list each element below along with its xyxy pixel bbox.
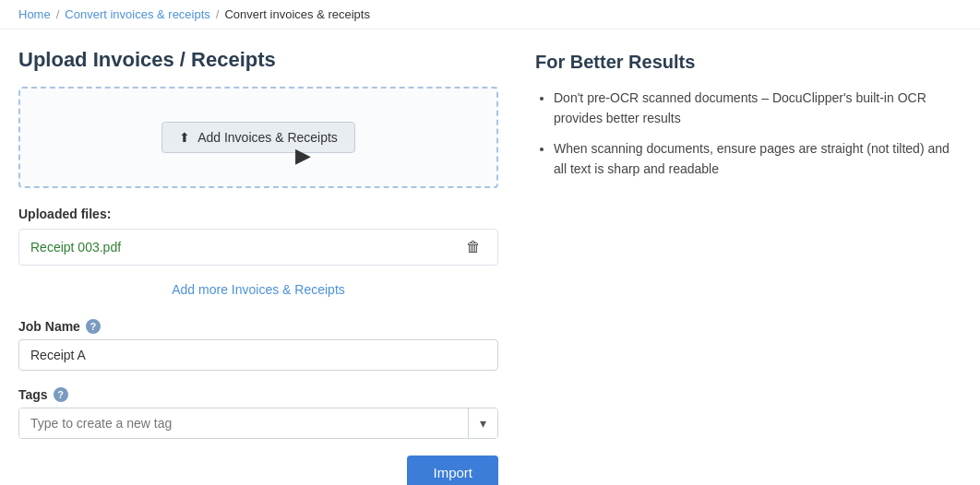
job-name-label: Job Name ? xyxy=(18,319,498,334)
trash-icon: 🗑 xyxy=(466,239,481,254)
breadcrumb-home[interactable]: Home xyxy=(18,7,51,21)
breadcrumb: Home / Convert invoices & receipts / Con… xyxy=(0,0,980,30)
page-title: Upload Invoices / Receipts xyxy=(18,48,498,72)
uploaded-files-section: Uploaded files: Receipt 003.pdf 🗑 xyxy=(18,207,498,266)
breadcrumb-convert[interactable]: Convert invoices & receipts xyxy=(65,7,210,21)
breadcrumb-sep2: / xyxy=(216,7,220,21)
right-panel: For Better Results Don't pre-OCR scanned… xyxy=(535,48,962,485)
tags-field-group: Tags ? ▾ xyxy=(18,387,498,439)
tags-input[interactable] xyxy=(19,408,468,438)
job-name-input[interactable] xyxy=(18,339,498,371)
job-name-help-icon[interactable]: ? xyxy=(86,319,101,334)
file-row: Receipt 003.pdf 🗑 xyxy=(18,229,498,266)
add-invoices-label: Add Invoices & Receipts xyxy=(197,130,338,145)
chevron-down-icon: ▾ xyxy=(480,416,486,431)
upload-icon: ⬆ xyxy=(179,130,190,145)
tip-item-2: When scanning documents, ensure pages ar… xyxy=(554,138,962,180)
add-invoices-button[interactable]: ⬆ Add Invoices & Receipts xyxy=(161,122,355,153)
delete-file-button[interactable]: 🗑 xyxy=(460,237,486,257)
breadcrumb-sep1: / xyxy=(56,7,60,21)
file-name: Receipt 003.pdf xyxy=(30,240,121,254)
tip-item-1: Don't pre-OCR scanned documents – DocuCl… xyxy=(554,88,962,129)
tags-label: Tags ? xyxy=(18,387,498,402)
tips-title: For Better Results xyxy=(535,52,962,73)
tips-list: Don't pre-OCR scanned documents – DocuCl… xyxy=(535,88,962,180)
uploaded-files-label: Uploaded files: xyxy=(18,207,498,221)
add-more-link[interactable]: Add more Invoices & Receipts xyxy=(18,282,498,297)
job-name-field-group: Job Name ? xyxy=(18,319,498,371)
left-panel: Upload Invoices / Receipts ⬆ Add Invoice… xyxy=(18,48,498,485)
tags-input-wrapper: ▾ xyxy=(18,408,498,439)
tags-help-icon[interactable]: ? xyxy=(54,387,68,402)
main-content: Upload Invoices / Receipts ⬆ Add Invoice… xyxy=(0,30,980,485)
import-btn-wrapper: Import xyxy=(18,455,498,485)
breadcrumb-current: Convert invoices & receipts xyxy=(224,7,370,21)
import-button[interactable]: Import xyxy=(407,455,498,485)
upload-dropzone[interactable]: ⬆ Add Invoices & Receipts ▶ xyxy=(18,87,498,188)
tags-dropdown-button[interactable]: ▾ xyxy=(468,408,497,438)
